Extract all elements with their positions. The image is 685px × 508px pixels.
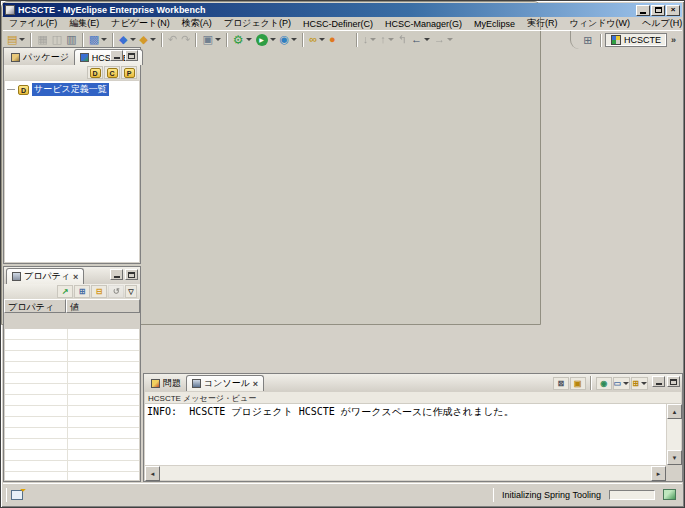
properties-table-body[interactable] (5, 329, 139, 480)
open-console-button[interactable]: ⊞ (631, 377, 648, 390)
prev-annotation-button[interactable]: ↑ (378, 32, 396, 48)
tree-connector (7, 89, 15, 90)
minimize-icon (114, 276, 120, 278)
maximize-icon (128, 53, 135, 59)
tab-console[interactable]: コンソール × (186, 375, 264, 391)
service-definition-tree[interactable]: D サービス定義一覧 (5, 81, 139, 262)
menu-edit[interactable]: 編集(E) (63, 16, 105, 31)
display-console-button[interactable]: ▭ (613, 377, 631, 390)
restore-button[interactable] (651, 5, 665, 16)
status-bar: Initializing Spring Tooling (3, 483, 682, 505)
column-header-property[interactable]: プロパティ (4, 299, 66, 313)
console-maximize-button[interactable] (667, 376, 680, 387)
menu-hcsc-manager[interactable]: HCSC-Manager(G) (379, 18, 468, 30)
restore-defaults-button[interactable]: ↺ (108, 285, 124, 298)
scroll-lock-button[interactable]: ▣ (570, 377, 586, 390)
open-perspective-button[interactable]: ⊞ (579, 33, 597, 48)
horizontal-scrollbar[interactable]: ◄ ► (145, 465, 666, 480)
menu-search[interactable]: 検索(A) (176, 16, 218, 31)
edit-filter-button[interactable]: ↗ (57, 285, 73, 298)
undo-button[interactable]: ↶ (166, 32, 179, 48)
new-ejb-wizard-button[interactable]: ◆ (138, 32, 158, 48)
run-button[interactable]: ▶ (254, 32, 278, 48)
myeclipse-button[interactable]: ● (327, 32, 338, 48)
scroll-right-icon[interactable]: ► (651, 466, 666, 481)
properties-maximize-button[interactable] (125, 269, 138, 280)
tab-close-icon[interactable]: × (253, 379, 258, 389)
console-minimize-button[interactable] (652, 376, 665, 387)
show-advanced-properties-button[interactable]: ⊟ (91, 285, 107, 298)
next-annotation-button[interactable]: ↓ (361, 32, 379, 48)
new-web-wizard-button[interactable]: ◆ (117, 32, 137, 48)
vertical-scrollbar[interactable]: ▲ ▼ (666, 404, 681, 465)
print-icon: ▥ (66, 34, 76, 45)
hcsc-p-button[interactable]: P (121, 66, 137, 79)
perspective-bar: ⊞ HCSCTE » (570, 31, 680, 49)
console-output[interactable]: INFO: HCSCTE プロジェクト HCSCTE がワークスペースに作成され… (145, 404, 681, 480)
show-categories-button[interactable]: ⊞ (74, 285, 90, 298)
new-wizard-button[interactable]: ▤ (5, 32, 27, 48)
undo-icon: ↶ (168, 34, 177, 45)
scroll-left-icon[interactable]: ◄ (145, 466, 160, 481)
link-button[interactable]: ∞ (307, 32, 327, 48)
menu-hcsc-definer[interactable]: HCSC-Definer(C) (297, 18, 379, 30)
tab-close-icon[interactable]: × (73, 272, 78, 282)
scroll-up-icon[interactable]: ▲ (667, 404, 682, 419)
menu-file[interactable]: ファイル(F) (3, 16, 63, 31)
forward-button[interactable]: → (432, 32, 455, 48)
pin-console-button[interactable]: ◉ (596, 377, 612, 390)
menu-project[interactable]: プロジェクト(P) (218, 16, 297, 31)
tab-package-explorer[interactable]: パッケージ (6, 49, 74, 65)
clear-console-icon: ⊠ (557, 379, 564, 388)
menu-navigate[interactable]: ナビゲート(N) (105, 16, 175, 31)
back-button[interactable]: ← (409, 32, 432, 48)
minimize-button[interactable] (636, 5, 650, 16)
new-web-wizard-icon: ◆ (119, 34, 127, 45)
fast-view-icon[interactable] (11, 490, 23, 500)
minimize-icon (640, 12, 646, 14)
background-jobs-icon[interactable] (663, 489, 676, 500)
save-button[interactable]: ▦ (35, 32, 49, 48)
save-all-button[interactable]: ◫ (50, 32, 64, 48)
close-button[interactable]: × (666, 5, 680, 16)
hcsc-d-button[interactable]: D (87, 66, 103, 79)
last-edit-location-button[interactable]: ↰ (396, 32, 409, 48)
tab-problems-label: 問題 (163, 377, 181, 390)
tab-problems[interactable]: 問題 (146, 375, 186, 391)
external-tools-button[interactable]: ⚙ (231, 32, 254, 48)
next-annotation-icon: ↓ (363, 34, 369, 45)
column-divider (67, 329, 68, 480)
properties-view-menu-button[interactable]: ▽ (125, 285, 137, 298)
save-all-icon: ◫ (52, 34, 62, 45)
hcscte-perspective-icon (611, 35, 621, 45)
perspective-overflow-chevron[interactable]: » (671, 35, 676, 45)
close-icon: × (671, 6, 676, 14)
perspective-hcscte-button[interactable]: HCSCTE (605, 33, 667, 47)
deploy-button[interactable]: ▩ (87, 32, 109, 48)
toolbar-separator (356, 33, 358, 47)
clear-console-button[interactable]: ⊠ (553, 377, 569, 390)
column-header-value[interactable]: 値 (66, 299, 140, 313)
scroll-lock-icon: ▣ (574, 379, 582, 388)
properties-tabs: プロパティ × (4, 267, 140, 284)
scroll-down-icon[interactable]: ▼ (667, 450, 682, 465)
snapshot-icon: ▣ (202, 34, 212, 45)
progress-bar (609, 490, 655, 500)
properties-minimize-button[interactable] (110, 269, 123, 280)
menu-run[interactable]: 実行(R) (521, 16, 564, 31)
explorer-maximize-button[interactable] (125, 50, 138, 61)
tab-console-label: コンソール (204, 377, 250, 390)
snapshot-button[interactable]: ▣ (200, 32, 222, 48)
menu-myeclipse[interactable]: MyEclipse (468, 18, 521, 30)
tab-properties[interactable]: プロパティ × (6, 268, 84, 284)
menu-window[interactable]: ウィンドウ(W) (564, 16, 637, 31)
hcsc-c-button[interactable]: C (104, 66, 120, 79)
run-last-button[interactable]: ◉ (278, 32, 300, 48)
tree-item-service-list[interactable]: D サービス定義一覧 (5, 81, 139, 98)
explorer-minimize-button[interactable] (110, 50, 123, 61)
restore-defaults-icon: ↺ (113, 287, 120, 296)
title-bar: HCSCTE - MyEclipse Enterprise Workbench … (3, 3, 682, 17)
print-button[interactable]: ▥ (64, 32, 78, 48)
menu-help[interactable]: ヘルプ(H) (636, 16, 685, 31)
redo-button[interactable]: ↷ (179, 32, 192, 48)
